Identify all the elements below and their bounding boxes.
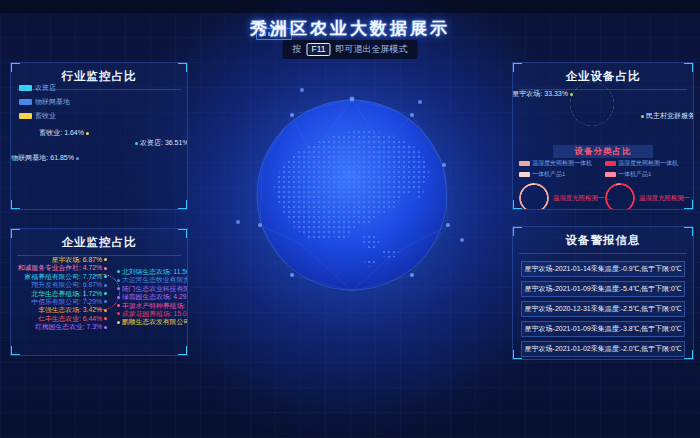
- corner-accent: [512, 350, 522, 360]
- slice-label: 畜牧业: 1.64%: [19, 129, 89, 137]
- legend-item[interactable]: 一体机产品1: [605, 170, 691, 179]
- label-dot: [117, 321, 120, 324]
- slice-label: 农资店: 36.51%: [135, 139, 188, 147]
- f11-key-badge: F11: [306, 43, 330, 56]
- label-dot: [117, 270, 120, 273]
- corner-accent: [178, 346, 188, 356]
- corner-accent: [684, 350, 694, 360]
- label-dot: [104, 267, 107, 270]
- label-dot: [76, 157, 79, 160]
- mesh-node: [418, 100, 422, 104]
- hint-suffix: 即可退出全屏模式: [336, 43, 408, 56]
- enterprise-left-labels: 星宇农场: 6.87% 和诚服务专业合作社: 4.72% 家福养殖有限公司: 7…: [13, 256, 107, 331]
- corner-accent: [10, 62, 20, 72]
- alarm-row[interactable]: 星宇农场-2021-01-09采集温度:-3.8℃,低于下限:0℃: [521, 321, 685, 337]
- slice-label: 李强生态农场: 3.42%: [38, 306, 107, 314]
- panel-equipment-ratio: 企业设备占比 星宇农场: 33.33% 民主村党群服务中心... 设备分类占比 …: [512, 62, 694, 210]
- slice-label: 陆门生态农业科技有限公: [117, 285, 188, 293]
- hint-prefix: 按: [292, 43, 301, 56]
- alarm-row[interactable]: 星宇农场-2020-12-31采集温度:-2.5℃,低于下限:0℃: [521, 301, 685, 317]
- label-dot: [117, 287, 120, 290]
- slice-label: 绿翡园生态农场: 4.29: [117, 293, 187, 301]
- label-dot: [104, 284, 107, 287]
- globe-graphic: [252, 95, 452, 295]
- mesh-node: [300, 88, 304, 92]
- legend-item[interactable]: 一体机产品1: [519, 170, 603, 179]
- legend-swatch: [19, 85, 32, 91]
- classification-subtitle: 设备分类占比: [553, 145, 653, 158]
- industry-donut-chart[interactable]: [83, 136, 129, 182]
- corner-accent: [512, 226, 522, 236]
- slice-label: 北华生态养殖场: 1.72%: [31, 290, 107, 298]
- corner-accent: [178, 200, 188, 210]
- legend-swatch: [605, 161, 616, 166]
- equipment-donut-chart[interactable]: [570, 82, 614, 126]
- enterprise-right-labels: 北刘锦生态农场: 11.56% 大运河生态牧业有限责任公 陆门生态农业科技有限公…: [117, 268, 188, 326]
- corner-accent: [178, 228, 188, 238]
- corner-accent: [10, 200, 20, 210]
- legend-item[interactable]: 温湿度光照检测一体机: [519, 159, 603, 168]
- label-dot: [117, 279, 120, 282]
- panel-enterprise-monitor: 企业监控占比 星宇农场: 6.87% 和诚服务专业合作社: 4.72% 家福养殖…: [10, 228, 188, 356]
- label-dot: [104, 326, 107, 329]
- label-dot: [570, 93, 573, 96]
- mesh-node: [460, 238, 464, 242]
- label-dot: [641, 115, 644, 118]
- slice-label: 星宇农场: 6.87%: [52, 256, 107, 264]
- legend-swatch: [19, 99, 32, 105]
- label-dot: [117, 296, 120, 299]
- corner-accent: [684, 62, 694, 72]
- label-dot: [104, 309, 107, 312]
- slice-label: 红梅园生态农业: 7.3%: [35, 323, 107, 331]
- legend-item[interactable]: 农资店: [19, 83, 70, 93]
- label-dot: [104, 317, 107, 320]
- corner-accent: [512, 62, 522, 72]
- alarm-row[interactable]: 星宇农场-2021-01-02采集温度:-2.0℃,低于下限:0℃: [521, 341, 685, 357]
- classification-group-b: 温湿度光照检测一体机 一体机产品1 温湿度光照检测一…: [605, 159, 691, 210]
- legend-swatch: [519, 172, 530, 177]
- pointer-label: 温湿度光照检测一…: [639, 194, 694, 203]
- slice-label: 和诚服务专业合作社: 4.72%: [18, 264, 107, 272]
- pointer-label: 温湿度光照检测一…: [553, 194, 611, 203]
- classification-donut-a[interactable]: [519, 183, 549, 210]
- panel-alarm-info: 设备警报信息 星宇农场-2021-01-14采集温度:-0.9℃,低于下限:0℃…: [512, 226, 694, 360]
- slice-label: 丰源水产特种养殖场: 1.: [117, 302, 188, 310]
- slice-label: 大运河生态牧业有限责任公: [117, 276, 188, 284]
- label-dot: [135, 142, 138, 145]
- label-dot: [104, 258, 107, 261]
- alarm-row[interactable]: 星宇农场-2021-01-09采集温度:-5.4℃,低于下限:0℃: [521, 281, 685, 297]
- legend-swatch: [605, 172, 616, 177]
- panel-title: 设备警报信息: [519, 227, 687, 254]
- label-dot: [117, 312, 120, 315]
- label-dot: [104, 275, 107, 278]
- slice-label: 星宇农场: 33.33%: [517, 90, 573, 98]
- classification-group-a: 温湿度光照检测一体机 一体机产品1 温湿度光照检测一…: [519, 159, 603, 210]
- fullscreen-hint: 按 F11 即可退出全屏模式: [282, 40, 417, 59]
- slice-label: 中佰乐有限公司: 7.29%: [31, 298, 107, 306]
- label-dot: [104, 300, 107, 303]
- corner-accent: [178, 62, 188, 72]
- slice-label: 成蒙花园养殖场: 15.02%: [117, 310, 188, 318]
- classification-donut-b[interactable]: [605, 183, 635, 210]
- slice-label: 物联网基地: 61.85%: [15, 154, 79, 162]
- legend-item[interactable]: 温湿度光照检测一体机: [605, 159, 691, 168]
- corner-accent: [10, 228, 20, 238]
- legend-swatch: [19, 113, 32, 119]
- page-title: 秀洲区农业大数据展示: [0, 17, 700, 40]
- legend-swatch: [519, 161, 530, 166]
- slice-label: 仁丰生态农业: 6.44%: [38, 315, 107, 323]
- slice-label: 鹏顺生态农发有限公司: 6.87: [117, 318, 188, 326]
- panel-industry-monitor: 行业监控占比 农资店 物联网基地 畜牧业 畜牧业: 1.64% 农资店: 36.…: [10, 62, 188, 210]
- top-bar: [0, 0, 700, 13]
- slice-label: 家福养殖有限公司: 7.72%: [25, 273, 107, 281]
- label-dot: [117, 304, 120, 307]
- corner-accent: [10, 346, 20, 356]
- slice-label: 翔升发有限公司: 6.87%: [31, 281, 107, 289]
- panel-title: 企业监控占比: [17, 229, 181, 256]
- legend-item[interactable]: 畜牧业: [19, 111, 70, 121]
- alarm-list: 星宇农场-2021-01-14采集温度:-0.9℃,低于下限:0℃ 星宇农场-2…: [513, 254, 693, 360]
- label-dot: [86, 132, 89, 135]
- alarm-row[interactable]: 星宇农场-2021-01-14采集温度:-0.9℃,低于下限:0℃: [521, 261, 685, 277]
- legend-item[interactable]: 物联网基地: [19, 97, 70, 107]
- label-dot: [104, 292, 107, 295]
